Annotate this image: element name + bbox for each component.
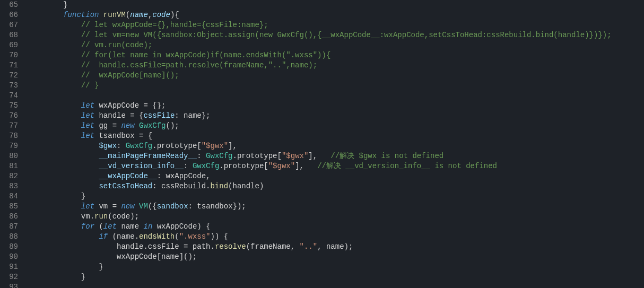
line-number: 66	[4, 10, 18, 20]
token-kw: for	[81, 222, 94, 231]
code-line[interactable]: let tsandbox = {	[28, 131, 644, 141]
token-ident: vm.	[81, 212, 94, 221]
token-kw: let	[81, 132, 94, 140]
code-line[interactable]: // vm.run(code);	[28, 40, 644, 50]
token-kw: if	[99, 232, 108, 241]
token-ident: : name};	[175, 111, 210, 120]
token-prop: __mainPageFrameReady__	[99, 152, 197, 160]
token-comment: // wxAppCode[name]();	[81, 71, 179, 80]
token-ident: (code);	[108, 212, 139, 221]
token-method: resolve	[215, 242, 246, 251]
token-comment: //解决 __vd_version_info__ is not defined	[317, 162, 497, 170]
token-ident: ({	[148, 202, 157, 211]
code-line[interactable]: $gwx: GwxCfg.prototype["$gwx"],	[28, 141, 644, 151]
code-line[interactable]: handle.cssFile = path.resolve(frameName,…	[28, 242, 644, 252]
token-type: GwxCfg	[126, 142, 152, 150]
line-number: 82	[4, 171, 18, 181]
code-line[interactable]: if (name.endsWith(".wxss")) {	[28, 232, 644, 242]
token-kw: function	[63, 11, 99, 19]
token-ident: wxAppCode = {};	[94, 101, 166, 110]
token-comment: // vm.run(code);	[81, 41, 152, 49]
token-ident: ],	[308, 152, 330, 160]
token-str: "$gwx"	[282, 152, 308, 160]
token-param: code	[152, 11, 170, 19]
token-punct: }	[63, 1, 67, 9]
token-ident: name	[117, 222, 143, 231]
code-line[interactable]: vm.run(code);	[28, 212, 644, 222]
code-line[interactable]: let wxAppCode = {};	[28, 101, 644, 111]
token-ident: .prototype[	[233, 152, 282, 160]
code-line[interactable]: }	[28, 0, 644, 10]
line-number: 75	[4, 101, 18, 111]
token-ident: :	[197, 152, 206, 160]
line-number: 68	[4, 30, 18, 40]
token-comment: // for(let name in wxAppCode)if(name.end…	[81, 51, 330, 59]
token-kw: let	[81, 111, 94, 120]
line-number: 69	[4, 40, 18, 50]
token-ident: .prototype[	[219, 162, 268, 170]
line-number: 88	[4, 232, 18, 242]
token-ident: gg =	[94, 121, 121, 130]
token-prop: __wxAppCode__	[99, 172, 156, 180]
line-number: 67	[4, 20, 18, 30]
code-line[interactable]: // handle.cssFile=path.resolve(frameName…	[28, 60, 644, 71]
token-ident: (name.	[108, 232, 139, 241]
token-ident: :	[117, 142, 126, 150]
token-str: "$gwx"	[202, 142, 228, 150]
code-line[interactable]: let handle = {cssFile: name};	[28, 111, 644, 121]
token-ident: : wxAppCode,	[157, 172, 211, 180]
code-line[interactable]: for (let name in wxAppCode) {	[28, 222, 644, 232]
code-line[interactable]: }	[28, 272, 644, 282]
token-comment: // }	[81, 81, 99, 90]
code-line[interactable]: // let wxAppCode={},handle={cssFile:name…	[28, 20, 644, 30]
code-line[interactable]: // let vm=new VM({sandbox:Object.assign(…	[28, 30, 644, 40]
code-line[interactable]: let gg = new GwxCfg();	[28, 121, 644, 131]
code-line[interactable]: // }	[28, 81, 644, 91]
code-line[interactable]: __mainPageFrameReady__: GwxCfg.prototype…	[28, 151, 644, 161]
token-ident	[135, 121, 139, 130]
token-ident: )) {	[210, 232, 228, 241]
token-ident: handle = {	[94, 111, 143, 120]
token-ident: (	[175, 232, 179, 241]
token-ident: (	[94, 222, 103, 231]
code-line[interactable]	[28, 282, 644, 288]
token-ident: handle.cssFile = path.	[117, 242, 215, 251]
line-number: 76	[4, 111, 18, 121]
token-ident: : cssRebuild.	[152, 182, 210, 190]
code-line[interactable]: }	[28, 262, 644, 272]
token-type: GwxCfg	[139, 121, 166, 130]
token-ident: wxAppCode) {	[152, 222, 210, 231]
token-param: name	[130, 11, 148, 19]
code-line[interactable]: __vd_version_info__: GwxCfg.prototype["$…	[28, 161, 644, 171]
token-prop: $gwx	[99, 142, 117, 150]
token-ident: (frameName,	[246, 242, 300, 251]
code-line[interactable]	[28, 91, 644, 101]
token-kw: new	[121, 121, 134, 130]
code-line[interactable]: __wxAppCode__: wxAppCode,	[28, 171, 644, 181]
token-type: GwxCfg	[193, 162, 219, 170]
token-str: "$gwx"	[268, 162, 295, 170]
line-number: 65	[4, 0, 18, 10]
token-ident: ],	[295, 162, 317, 170]
token-ident	[135, 202, 139, 211]
code-area[interactable]: } function runVM(name,code){ // let wxAp…	[25, 0, 644, 288]
line-number: 80	[4, 151, 18, 161]
code-line[interactable]: // wxAppCode[name]();	[28, 71, 644, 81]
token-comment: // handle.cssFile=path.resolve(frameName…	[81, 61, 317, 69]
code-line[interactable]: wxAppCode[name]();	[28, 252, 644, 262]
code-line[interactable]: setCssToHead: cssRebuild.bind(handle)	[28, 181, 644, 191]
token-kw: in	[144, 222, 153, 231]
line-number: 70	[4, 50, 18, 60]
token-str: ".wxss"	[179, 232, 211, 241]
code-line[interactable]: let vm = new VM({sandbox: tsandbox});	[28, 202, 644, 212]
code-editor[interactable]: 6566676869707172737475767778798081828384…	[0, 0, 644, 288]
token-method: endsWith	[139, 232, 175, 241]
code-line[interactable]: }	[28, 191, 644, 202]
code-line[interactable]: function runVM(name,code){	[28, 10, 644, 20]
code-line[interactable]: // for(let name in wxAppCode)if(name.end…	[28, 50, 644, 60]
token-kw: new	[121, 202, 134, 211]
line-number: 85	[4, 202, 18, 212]
token-ident: ],	[228, 142, 237, 150]
line-number: 92	[4, 272, 18, 282]
token-prop: __vd_version_info__	[99, 162, 184, 170]
